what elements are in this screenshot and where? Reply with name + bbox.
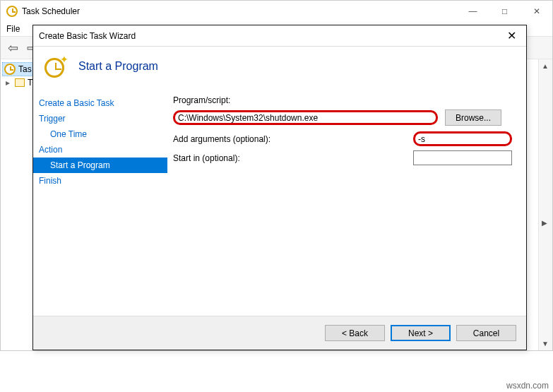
- nav-action[interactable]: Action: [33, 142, 167, 158]
- arguments-input[interactable]: [413, 131, 512, 146]
- arguments-label: Add arguments (optional):: [173, 134, 408, 144]
- program-input[interactable]: [173, 110, 438, 125]
- nav-start-program[interactable]: Start a Program: [33, 158, 167, 173]
- close-icon[interactable]: ✕: [503, 29, 521, 42]
- startin-label: Start in (optional):: [173, 153, 408, 163]
- wizard-titlebar[interactable]: Create Basic Task Wizard ✕: [33, 25, 526, 47]
- close-button[interactable]: ✕: [521, 1, 552, 22]
- cancel-button[interactable]: Cancel: [456, 325, 516, 341]
- maximize-button[interactable]: □: [489, 1, 521, 22]
- browse-button[interactable]: Browse...: [445, 109, 501, 126]
- wizard-nav: Create a Basic Task Trigger One Time Act…: [33, 93, 167, 316]
- actions-pane-scroll[interactable]: ▲ ▶ ▼: [538, 59, 552, 350]
- watermark: wsxdn.com: [506, 381, 549, 391]
- nav-trigger[interactable]: Trigger: [33, 111, 167, 126]
- expand-icon[interactable]: ▸: [4, 78, 12, 88]
- minimize-button[interactable]: —: [457, 1, 489, 22]
- scroll-down-icon[interactable]: ▼: [542, 340, 549, 348]
- nav-finish[interactable]: Finish: [33, 173, 167, 189]
- folder-icon: [15, 78, 25, 87]
- app-title: Task Scheduler: [22, 6, 80, 16]
- back-button[interactable]: < Back: [325, 325, 385, 341]
- clock-icon: [44, 58, 64, 78]
- tree-root-icon: [4, 64, 16, 75]
- tree-root-label: Tas: [18, 64, 32, 74]
- nav-back-icon[interactable]: ⇦: [5, 40, 21, 56]
- wizard-icon: ✦: [44, 55, 67, 78]
- menu-file[interactable]: File: [6, 24, 20, 34]
- main-titlebar[interactable]: Task Scheduler — □ ✕: [1, 1, 552, 22]
- wizard-heading: Start a Program: [78, 60, 158, 73]
- startin-input[interactable]: [413, 150, 512, 165]
- nav-create-task[interactable]: Create a Basic Task: [33, 95, 167, 111]
- wizard-form: Program/script: Browse... Add arguments …: [167, 93, 526, 316]
- program-label: Program/script:: [173, 95, 512, 105]
- scroll-right-icon[interactable]: ▶: [542, 219, 547, 227]
- nav-one-time[interactable]: One Time: [33, 126, 167, 142]
- app-icon: [6, 6, 18, 17]
- wizard-dialog: Create Basic Task Wizard ✕ ✦ Start a Pro…: [32, 25, 527, 350]
- wizard-title: Create Basic Task Wizard: [39, 31, 503, 41]
- wizard-header: ✦ Start a Program: [33, 47, 526, 85]
- scroll-up-icon[interactable]: ▲: [542, 62, 549, 70]
- next-button[interactable]: Next >: [391, 325, 451, 341]
- wizard-footer: < Back Next > Cancel: [33, 316, 526, 350]
